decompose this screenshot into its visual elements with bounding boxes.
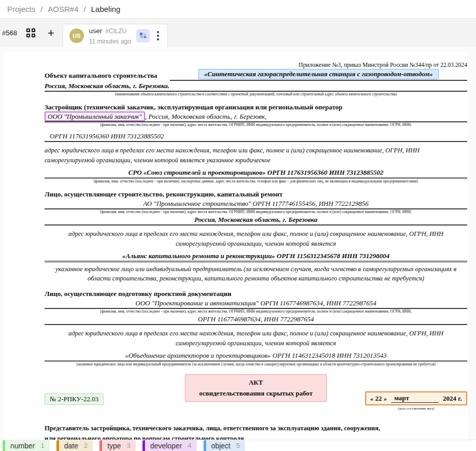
act-title-area: АКТ освидетельствования скрытых работ № … [45,374,467,415]
label-hotkey: 5 [236,442,240,449]
date-day: « 22 » [370,394,387,403]
person-note-3: (фамилия, имя, отчество (последнее - при… [45,309,467,314]
developer-rest: , Россия, Московская область, г. Березов… [145,112,267,120]
person-note: (фамилия, имя, отчество (последнее - при… [45,122,467,128]
designer-heading: Лицо, осуществляющее подготовку проектно… [45,290,467,298]
object-label: Объект капитального строительства [45,72,170,81]
representative-line2: или регионального оператора по вопросам … [45,435,244,440]
builder-sro: «Альянс капитального ремонта и реконстру… [45,251,467,262]
document-page: Приложение №3, приказ Минстрой России №3… [4,51,468,440]
designer-ogrn: ОРГН 1167746987634, ИНН 7722987654 [45,314,467,325]
builder-value: АО "Промышленное строительство" ОРГН 117… [45,199,467,209]
annotation-id: #CILZU [105,27,126,35]
label-name: date [64,442,78,450]
breadcrumb-projects[interactable]: Projects [7,5,35,13]
annotation-tab[interactable]: US user#CILZU 11 minutes ago [63,24,168,47]
label-chip-developer[interactable]: developer4 [142,440,197,451]
annotation-time-ago: 11 minutes ago [89,38,131,45]
sro-intro-center-2: адрес юридического лица в пределах его м… [45,329,467,348]
developer-heading: Застройщик (технический заказчик, эксплу… [45,103,467,111]
annotation-toolbar: #568 + US user#CILZU 11 minutes ago [0,19,476,47]
label-chip-type[interactable]: type3 [99,440,136,451]
breadcrumb-project[interactable]: AOSR#4 [48,5,78,13]
person-note-2: (фамилия, имя, отчество (последнее - при… [45,209,467,215]
act-date-area: « 22 » март 2024 г. (дата составления ак… [365,391,467,411]
object-note: (наименование объекта капитального строи… [45,92,467,97]
kebab-menu-icon[interactable] [155,30,161,41]
regions-vector-icon[interactable] [136,29,150,43]
label-hotkey: 2 [84,442,88,449]
designer-value: ООО "Проектирование и автоматизация" ОРГ… [45,298,467,309]
label-chip-number[interactable]: number1 [3,440,50,451]
sro-value: СРО «Союз строителей и проектировщиков» … [45,167,467,179]
date-month: март [391,394,439,403]
label-chip-date[interactable]: date2 [56,440,93,451]
breadcrumb-separator: / [84,5,86,13]
annotation-region-date[interactable]: « 22 » март 2024 г. [365,391,467,405]
label-hotkey: 3 [127,442,131,449]
document-canvas: Приложение №3, приказ Минстрой России №3… [0,47,476,440]
breadcrumb-separator: / [40,5,42,13]
label-name: object [211,442,230,450]
breadcrumb-current-page: Labeling [91,5,121,13]
avatar: US [69,29,84,43]
individuals-note: (фамилия, имя, отчество (последнее - при… [45,179,467,184]
designer-note: указанное юридическое лицо или индивидуа… [45,362,467,367]
label-name: type [107,442,121,450]
builder-address: Россия, Московская область, г. Березовка [45,215,467,226]
labels-bar: number1 date2 type3 developer4 object5 [0,440,476,451]
builder-heading: Лицо, осуществляющее строительство, реко… [45,190,467,199]
annotation-region-number[interactable]: № 2-РПКУ-22.03 [45,393,104,405]
annotation-region-object[interactable]: «Синтетическая газораспределительная ста… [198,69,439,79]
developer-ogrn: ОРГН 117631956360 ИНН 73123885502 [45,131,467,142]
label-name: number [10,442,35,450]
act-title-line1: АКТ [249,378,263,386]
label-chip-object[interactable]: object5 [204,440,246,451]
task-id: #568 [2,29,17,37]
vector-polygon-icon [139,32,147,39]
label-name: developer [150,442,182,450]
date-year: 2024 г. [443,394,462,403]
act-title-line2: освидетельствования скрытых работ [199,389,312,397]
annotation-user-meta: user#CILZU 11 minutes ago [89,25,131,46]
date-note: (дата составления акта) [365,406,467,411]
builder-note: указанное юридическое лицо или индивидуа… [45,264,467,284]
representative-paragraph: Представитель застройщика, технического … [45,423,467,440]
sro-intro-center: адрес юридического лица в пределах его м… [45,229,467,249]
designer-sro: «Объединение архитекторов и проектировщи… [45,350,467,362]
appendix-reference: Приложение №3, приказ Минстрой России №3… [45,62,467,68]
object-address: Россия, Московская область, г. Березовка… [45,81,467,92]
label-hotkey: 1 [40,442,44,449]
sro-intro-left: адрес юридического лица в пределах его м… [45,146,467,165]
representative-line1: Представитель застройщика, технического … [45,425,380,432]
label-hotkey: 4 [187,442,191,449]
annotation-region-developer[interactable]: ООО "Промышленный заказчик" [45,111,145,121]
breadcrumb: Projects / AOSR#4 / Labeling [0,0,476,19]
add-annotation-button[interactable]: + [48,27,54,39]
grid-view-icon[interactable] [26,29,35,37]
annotation-region-type[interactable]: АКТ освидетельствования скрытых работ [185,374,326,402]
user-name: user [89,27,102,35]
